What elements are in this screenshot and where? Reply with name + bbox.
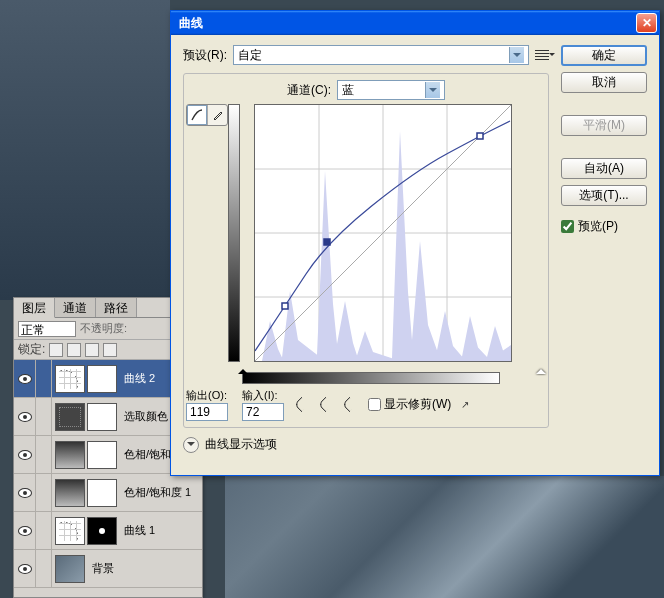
mask-thumbnail[interactable]	[87, 517, 117, 545]
link-col	[36, 360, 52, 397]
preview-checkbox[interactable]: 预览(P)	[561, 218, 647, 235]
layer-name[interactable]: 选取颜色	[120, 409, 168, 424]
white-eyedropper-icon[interactable]	[342, 397, 358, 413]
curves-dialog: 曲线 ✕ 预设(R): 自定 通道(C): 蓝	[170, 10, 660, 476]
mask-thumbnail[interactable]	[87, 479, 117, 507]
input-label: 输入(I):	[242, 388, 284, 403]
dialog-title: 曲线	[179, 15, 203, 32]
mask-thumbnail[interactable]	[87, 365, 117, 393]
preset-select[interactable]: 自定	[233, 45, 529, 65]
channel-value: 蓝	[342, 82, 354, 99]
preset-menu-icon[interactable]	[535, 50, 549, 60]
background-image-bottom	[225, 476, 664, 598]
input-input[interactable]	[242, 403, 284, 421]
pencil-tool-button[interactable]	[207, 105, 227, 125]
blend-mode-select[interactable]: 正常	[18, 321, 76, 337]
layer-row[interactable]: 背景	[14, 550, 202, 588]
chevron-down-icon	[509, 47, 524, 63]
output-input[interactable]	[186, 403, 228, 421]
layer-name[interactable]: 色相/饱和度 1	[120, 485, 191, 500]
visibility-toggle[interactable]	[14, 550, 36, 587]
visibility-toggle[interactable]	[14, 436, 36, 473]
mask-thumbnail[interactable]	[87, 403, 117, 431]
preview-label: 预览(P)	[578, 218, 618, 235]
tab-layers[interactable]: 图层	[14, 298, 55, 318]
preset-value: 自定	[238, 47, 262, 64]
output-label: 输出(O):	[186, 388, 228, 403]
pencil-icon	[211, 108, 225, 122]
visibility-toggle[interactable]	[14, 398, 36, 435]
layer-thumbnail[interactable]	[55, 517, 85, 545]
lock-all-icon[interactable]	[103, 343, 117, 357]
curve-graph[interactable]	[254, 104, 512, 362]
background-image-left	[0, 0, 170, 300]
link-col	[36, 550, 52, 587]
show-clipping-label: 显示修剪(W)	[384, 396, 451, 413]
layer-name[interactable]: 背景	[88, 561, 114, 576]
options-button[interactable]: 选项(T)...	[561, 185, 647, 206]
black-eyedropper-icon[interactable]	[294, 397, 310, 413]
opacity-label: 不透明度:	[80, 321, 127, 336]
layer-thumbnail[interactable]	[55, 365, 85, 393]
layer-thumbnail[interactable]	[55, 479, 85, 507]
preset-label: 预设(R):	[183, 47, 227, 64]
layer-thumbnail[interactable]	[55, 441, 85, 469]
eye-icon	[18, 412, 32, 422]
black-point-slider[interactable]	[238, 364, 248, 374]
curve-group: 通道(C): 蓝	[183, 73, 549, 428]
ok-button[interactable]: 确定	[561, 45, 647, 66]
input-gradient	[242, 372, 500, 384]
auto-button[interactable]: 自动(A)	[561, 158, 647, 179]
expand-icon[interactable]: ↗	[461, 399, 469, 410]
visibility-toggle[interactable]	[14, 474, 36, 511]
layer-thumbnail[interactable]	[55, 555, 85, 583]
eye-icon	[18, 526, 32, 536]
curve-point[interactable]	[324, 239, 330, 245]
gray-eyedropper-icon[interactable]	[318, 397, 334, 413]
eye-icon	[18, 488, 32, 498]
mask-thumbnail[interactable]	[87, 441, 117, 469]
tab-paths[interactable]: 路径	[96, 298, 137, 317]
link-col	[36, 398, 52, 435]
curve-point[interactable]	[282, 303, 288, 309]
eye-icon	[18, 564, 32, 574]
show-clipping-input[interactable]	[368, 398, 381, 411]
smooth-button: 平滑(M)	[561, 115, 647, 136]
lock-position-icon[interactable]	[85, 343, 99, 357]
preview-input[interactable]	[561, 220, 574, 233]
channel-label: 通道(C):	[287, 82, 331, 99]
layer-row[interactable]: 色相/饱和度 1	[14, 474, 202, 512]
output-gradient	[228, 104, 240, 362]
display-options-toggle[interactable]	[183, 437, 199, 453]
eye-icon	[18, 450, 32, 460]
eye-icon	[18, 374, 32, 384]
layer-name[interactable]: 曲线 1	[120, 523, 155, 538]
close-button[interactable]: ✕	[636, 13, 657, 33]
lock-label: 锁定:	[18, 341, 45, 358]
cancel-button[interactable]: 取消	[561, 72, 647, 93]
layer-name[interactable]: 色相/饱和	[120, 447, 171, 462]
layer-thumbnail[interactable]	[55, 403, 85, 431]
link-col	[36, 436, 52, 473]
point-tool-button[interactable]	[187, 105, 207, 125]
layer-name[interactable]: 曲线 2	[120, 371, 155, 386]
tab-channels[interactable]: 通道	[55, 298, 96, 317]
close-icon: ✕	[642, 16, 652, 30]
visibility-toggle[interactable]	[14, 360, 36, 397]
show-clipping-checkbox[interactable]: 显示修剪(W)	[368, 396, 451, 413]
curve-point-icon	[190, 108, 204, 122]
channel-select[interactable]: 蓝	[337, 80, 445, 100]
link-col	[36, 512, 52, 549]
lock-transparency-icon[interactable]	[49, 343, 63, 357]
curve-tool-buttons	[186, 104, 228, 126]
white-point-slider[interactable]	[536, 364, 546, 374]
display-options-label: 曲线显示选项	[205, 436, 277, 453]
chevron-down-icon	[425, 82, 440, 98]
dialog-titlebar[interactable]: 曲线 ✕	[171, 11, 659, 35]
link-col	[36, 474, 52, 511]
curve-point[interactable]	[477, 133, 483, 139]
visibility-toggle[interactable]	[14, 512, 36, 549]
blend-mode-value: 正常	[21, 323, 45, 337]
layer-row[interactable]: 曲线 1	[14, 512, 202, 550]
lock-pixels-icon[interactable]	[67, 343, 81, 357]
